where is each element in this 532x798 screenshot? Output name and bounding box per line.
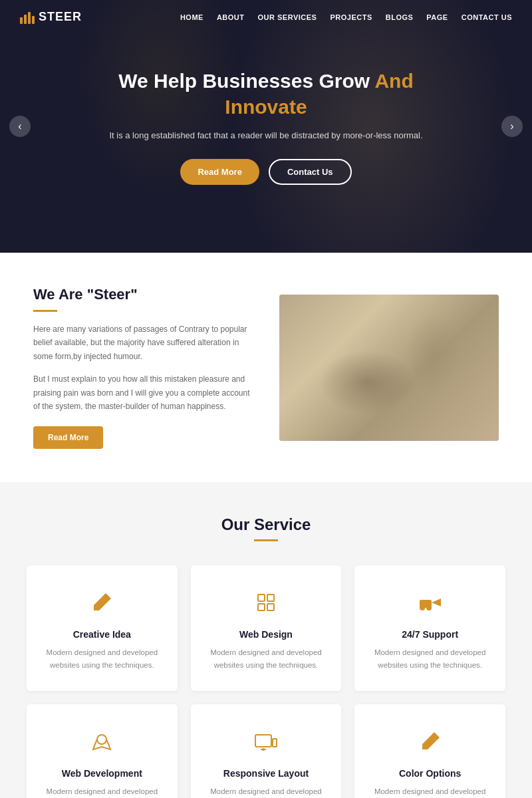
about-para2: But I must explain to you how all this m…	[33, 372, 253, 413]
svg-rect-9	[255, 735, 271, 747]
logo[interactable]: STEER	[20, 9, 82, 24]
service-desc-color-options: Modern designed and developed websites u…	[370, 785, 489, 798]
svg-marker-5	[432, 598, 441, 606]
about-para1: Here are many variations of passages of …	[33, 323, 253, 363]
hero-read-more-button[interactable]: Read More	[180, 159, 259, 185]
service-name-web-design: Web Design	[207, 629, 326, 640]
service-card-creative-idea: Creative Idea Modern designed and develo…	[27, 565, 178, 691]
hero-title: We Help Businesses Grow And Innovate	[93, 68, 439, 120]
service-card-responsive: Responsive Layout Modern designed and de…	[191, 704, 342, 798]
hero-prev-button[interactable]: ‹	[9, 116, 31, 137]
svg-rect-10	[273, 739, 277, 747]
creative-idea-icon	[43, 592, 162, 618]
service-desc-support: Modern designed and developed websites u…	[370, 646, 489, 671]
service-desc-responsive: Modern designed and developed websites u…	[207, 785, 326, 798]
service-desc-web-dev: Modern designed and developed websites u…	[43, 785, 162, 798]
svg-point-12	[263, 749, 264, 750]
svg-rect-0	[258, 595, 265, 601]
logo-bar-2	[24, 15, 27, 24]
about-image	[279, 295, 499, 441]
color-options-icon	[370, 731, 489, 757]
svg-rect-2	[258, 604, 265, 610]
hero-content: We Help Businesses Grow And Innovate It …	[66, 68, 466, 185]
hero-title-start: We Help Businesses Grow	[118, 70, 374, 92]
nav-item-page[interactable]: PAGE	[426, 11, 448, 23]
service-name-support: 24/7 Support	[370, 629, 489, 640]
service-card-web-dev: Web Development Modern designed and deve…	[27, 704, 178, 798]
about-title: We Are "Steer"	[33, 286, 253, 303]
services-divider	[254, 539, 278, 541]
svg-rect-1	[267, 595, 274, 601]
hero-next-button[interactable]: ›	[501, 116, 523, 137]
service-name-creative-idea: Creative Idea	[43, 629, 162, 640]
service-card-color-options: Color Options Modern designed and develo…	[354, 704, 505, 798]
svg-point-6	[420, 605, 425, 610]
logo-text: STEER	[39, 10, 82, 24]
services-grid: Creative Idea Modern designed and develo…	[27, 565, 505, 798]
about-left: We Are "Steer" Here are many variations …	[33, 286, 253, 449]
services-title: Our Service	[27, 515, 505, 534]
nav-item-projects[interactable]: PROJECTS	[330, 11, 372, 23]
nav-item-home[interactable]: HOME	[180, 11, 203, 23]
services-section: Our Service Creative Idea Modern designe…	[0, 482, 532, 798]
services-header: Our Service	[27, 515, 505, 541]
logo-bar-4	[32, 16, 35, 24]
hero-section: ‹ We Help Businesses Grow And Innovate I…	[0, 0, 532, 253]
web-dev-icon	[43, 731, 162, 757]
logo-bar-1	[20, 17, 23, 24]
support-icon	[370, 592, 489, 618]
service-name-color-options: Color Options	[370, 768, 489, 779]
navbar: STEER HOME ABOUT OUR SERVICES PROJECTS B…	[0, 0, 532, 33]
service-name-responsive: Responsive Layout	[207, 768, 326, 779]
hero-subtitle: It is a long established fact that a rea…	[93, 129, 439, 143]
about-section: We Are "Steer" Here are many variations …	[0, 253, 532, 482]
service-desc-web-design: Modern designed and developed websites u…	[207, 646, 326, 671]
service-card-support: 24/7 Support Modern designed and develop…	[354, 565, 505, 691]
nav-item-blogs[interactable]: BLOGS	[386, 11, 414, 23]
nav-links: HOME ABOUT OUR SERVICES PROJECTS BLOGS P…	[180, 11, 512, 23]
about-read-more-button[interactable]: Read More	[33, 426, 103, 449]
hero-contact-button[interactable]: Contact Us	[269, 159, 352, 185]
svg-point-8	[97, 735, 106, 744]
web-design-icon	[207, 592, 326, 618]
service-desc-creative-idea: Modern designed and developed websites u…	[43, 646, 162, 671]
logo-bar-3	[28, 12, 31, 24]
svg-point-7	[426, 605, 432, 610]
nav-item-about[interactable]: ABOUT	[217, 11, 245, 23]
service-card-web-design: Web Design Modern designed and developed…	[191, 565, 342, 691]
hero-buttons: Read More Contact Us	[93, 159, 439, 185]
about-divider	[33, 310, 57, 312]
logo-icon	[20, 9, 35, 24]
nav-item-services[interactable]: OUR SERVICES	[257, 11, 317, 23]
nav-item-contact[interactable]: CONTACT US	[462, 11, 512, 23]
responsive-icon	[207, 731, 326, 757]
svg-rect-3	[267, 604, 274, 610]
service-name-web-dev: Web Development	[43, 768, 162, 779]
